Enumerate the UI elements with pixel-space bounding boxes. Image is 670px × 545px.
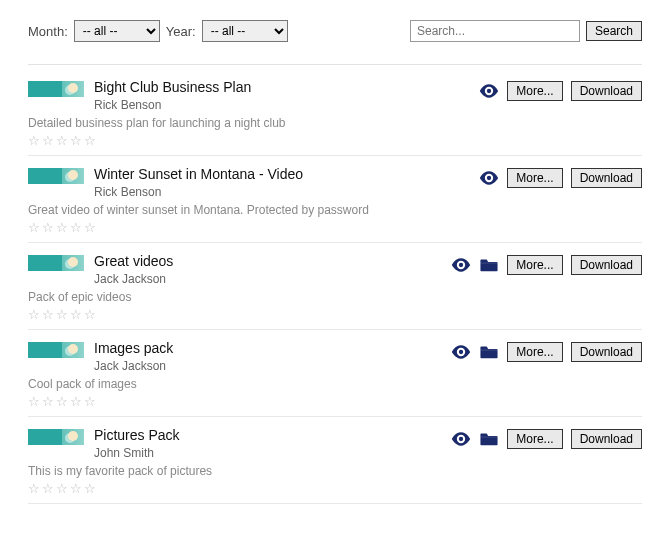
eye-icon[interactable] [451,432,471,446]
thumbnail[interactable] [28,429,84,445]
item-author: John Smith [94,446,441,460]
star-icon[interactable]: ☆ [56,221,68,234]
eye-icon[interactable] [451,258,471,272]
star-icon[interactable]: ☆ [42,221,54,234]
thumbnail[interactable] [28,168,84,184]
more-button[interactable]: More... [507,168,562,188]
star-icon[interactable]: ☆ [84,482,96,495]
star-icon[interactable]: ☆ [70,134,82,147]
eye-icon[interactable] [479,171,499,185]
star-icon[interactable]: ☆ [28,395,40,408]
item-author: Jack Jackson [94,272,441,286]
star-icon[interactable]: ☆ [56,395,68,408]
rating-stars: ☆☆☆☆☆ [28,482,642,495]
star-icon[interactable]: ☆ [70,482,82,495]
item-title[interactable]: Great videos [94,253,441,269]
list-item: Pictures Pack John Smith More... Downloa… [28,417,642,504]
item-actions: More... Download [451,342,642,362]
thumbnail[interactable] [28,81,84,97]
rating-stars: ☆☆☆☆☆ [28,221,642,234]
item-description: Cool pack of images [28,377,642,391]
thumbnail[interactable] [28,255,84,271]
more-button[interactable]: More... [507,81,562,101]
search-button[interactable]: Search [586,21,642,41]
star-icon[interactable]: ☆ [42,308,54,321]
folder-icon[interactable] [479,345,499,359]
more-button[interactable]: More... [507,342,562,362]
item-actions: More... Download [451,255,642,275]
search-input[interactable] [410,20,580,42]
rating-stars: ☆☆☆☆☆ [28,308,642,321]
divider [28,64,642,65]
filter-bar: Month: -- all -- Year: -- all -- Search [28,20,642,42]
star-icon[interactable]: ☆ [70,308,82,321]
item-description: Great video of winter sunset in Montana.… [28,203,642,217]
star-icon[interactable]: ☆ [28,482,40,495]
month-label: Month: [28,24,68,39]
star-icon[interactable]: ☆ [56,308,68,321]
star-icon[interactable]: ☆ [42,482,54,495]
star-icon[interactable]: ☆ [28,134,40,147]
download-button[interactable]: Download [571,342,642,362]
list-item: Images pack Jack Jackson More... Downloa… [28,330,642,417]
item-description: This is my favorite pack of pictures [28,464,642,478]
item-author: Rick Benson [94,98,469,112]
eye-icon[interactable] [479,84,499,98]
year-label: Year: [166,24,196,39]
star-icon[interactable]: ☆ [70,221,82,234]
folder-icon[interactable] [479,258,499,272]
download-button[interactable]: Download [571,429,642,449]
item-author: Rick Benson [94,185,469,199]
star-icon[interactable]: ☆ [42,134,54,147]
star-icon[interactable]: ☆ [84,134,96,147]
eye-icon[interactable] [451,345,471,359]
month-select[interactable]: -- all -- [74,20,160,42]
list-item: Bight Club Business Plan Rick Benson Mor… [28,69,642,156]
item-title[interactable]: Bight Club Business Plan [94,79,469,95]
item-description: Detailed business plan for launching a n… [28,116,642,130]
star-icon[interactable]: ☆ [84,308,96,321]
item-actions: More... Download [451,429,642,449]
rating-stars: ☆☆☆☆☆ [28,395,642,408]
star-icon[interactable]: ☆ [42,395,54,408]
download-button[interactable]: Download [571,255,642,275]
thumbnail[interactable] [28,342,84,358]
year-select[interactable]: -- all -- [202,20,288,42]
download-button[interactable]: Download [571,168,642,188]
item-actions: More... Download [479,81,642,101]
list-item: Great videos Jack Jackson More... Downlo… [28,243,642,330]
folder-icon[interactable] [479,432,499,446]
more-button[interactable]: More... [507,429,562,449]
more-button[interactable]: More... [507,255,562,275]
star-icon[interactable]: ☆ [84,395,96,408]
star-icon[interactable]: ☆ [70,395,82,408]
item-list: Bight Club Business Plan Rick Benson Mor… [28,69,642,504]
star-icon[interactable]: ☆ [84,221,96,234]
item-title[interactable]: Pictures Pack [94,427,441,443]
star-icon[interactable]: ☆ [56,134,68,147]
item-description: Pack of epic videos [28,290,642,304]
star-icon[interactable]: ☆ [56,482,68,495]
rating-stars: ☆☆☆☆☆ [28,134,642,147]
download-button[interactable]: Download [571,81,642,101]
item-actions: More... Download [479,168,642,188]
item-author: Jack Jackson [94,359,441,373]
item-title[interactable]: Winter Sunset in Montana - Video [94,166,469,182]
item-title[interactable]: Images pack [94,340,441,356]
list-item: Winter Sunset in Montana - Video Rick Be… [28,156,642,243]
star-icon[interactable]: ☆ [28,221,40,234]
star-icon[interactable]: ☆ [28,308,40,321]
